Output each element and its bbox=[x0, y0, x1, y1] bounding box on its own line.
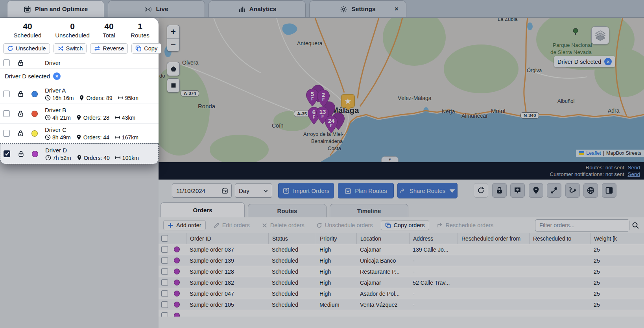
location-pin-button[interactable] bbox=[529, 183, 543, 198]
column-header[interactable]: Order ID bbox=[186, 233, 268, 244]
layers-control[interactable] bbox=[591, 26, 609, 44]
row-checkbox[interactable] bbox=[161, 312, 168, 317]
period-select[interactable]: Day bbox=[235, 183, 272, 198]
table-row[interactable]: Sample order 139 Scheduled High Unicaja … bbox=[159, 255, 644, 266]
table-row[interactable]: Sample order 182 Scheduled High Cajamar … bbox=[159, 277, 644, 288]
row-checkbox[interactable] bbox=[161, 268, 168, 275]
tab-settings[interactable]: Settings × bbox=[309, 0, 406, 17]
button-label: Reschedule orders bbox=[446, 222, 494, 228]
driver-row-b[interactable]: Driver B 4h 21m Orders: 28 43km bbox=[0, 104, 159, 124]
add-order-button[interactable]: Add order bbox=[163, 220, 206, 230]
column-header[interactable]: Address bbox=[409, 233, 458, 244]
reschedule-icon bbox=[437, 222, 443, 228]
edit-orders-button[interactable]: Edit orders bbox=[210, 221, 254, 230]
unschedule-button[interactable]: Unschedule bbox=[3, 43, 50, 54]
distance-icon bbox=[114, 115, 120, 120]
draw-polygon-button[interactable] bbox=[167, 62, 180, 76]
route-button[interactable] bbox=[565, 183, 580, 198]
draw-rectangle-button[interactable] bbox=[167, 78, 180, 93]
driver-row-c[interactable]: Driver C 8h 49m Orders: 44 167km bbox=[0, 124, 159, 143]
driver-checkbox[interactable] bbox=[3, 130, 10, 137]
reverse-button[interactable]: Reverse bbox=[90, 43, 128, 54]
import-orders-button[interactable]: Import Orders bbox=[278, 183, 334, 198]
close-icon[interactable]: × bbox=[53, 72, 61, 80]
driver-checkbox[interactable] bbox=[3, 91, 10, 97]
select-all-drivers-checkbox[interactable] bbox=[3, 59, 10, 66]
table-row-partial[interactable] bbox=[159, 310, 644, 317]
column-header[interactable]: Rescheduled order from bbox=[458, 233, 529, 244]
lock-icon[interactable] bbox=[17, 150, 25, 158]
date-picker[interactable] bbox=[172, 183, 232, 198]
zoom-out-button[interactable]: − bbox=[167, 38, 179, 51]
row-checkbox[interactable] bbox=[161, 257, 168, 264]
driver-checkbox[interactable] bbox=[4, 150, 10, 157]
waypoints-button[interactable] bbox=[547, 183, 561, 198]
map-collapse-handle[interactable]: ▼ bbox=[381, 156, 399, 162]
copy-orders-button[interactable]: Copy orders bbox=[381, 220, 429, 230]
zoom-in-button[interactable]: + bbox=[167, 25, 179, 38]
tab-plan-and-optimize[interactable]: Plan and Optimize bbox=[7, 0, 104, 17]
switch-button[interactable]: Switch bbox=[54, 43, 87, 54]
stat-value: 40 bbox=[92, 22, 126, 31]
button-label: Copy bbox=[144, 45, 157, 52]
close-icon[interactable]: × bbox=[393, 5, 400, 13]
driver-column-header[interactable]: Driver bbox=[45, 59, 61, 66]
orders-table: Order ID Status Priority Location Addres… bbox=[159, 233, 644, 317]
share-routes-button[interactable]: Share Routes bbox=[397, 183, 458, 198]
lock-icon[interactable] bbox=[17, 130, 24, 137]
copy-button[interactable]: Copy bbox=[131, 43, 161, 54]
lock-button[interactable] bbox=[492, 183, 507, 198]
driver-row-d[interactable]: Driver D 7h 52m Orders: 40 101km bbox=[0, 143, 159, 164]
customer-send-link[interactable]: Send bbox=[627, 171, 640, 177]
map-label: Vélez-Málaga bbox=[398, 95, 432, 101]
stat-value: 0 bbox=[53, 22, 92, 31]
tab-orders[interactable]: Orders bbox=[161, 202, 245, 217]
panel-toggle-button[interactable] bbox=[602, 183, 616, 198]
row-checkbox[interactable] bbox=[161, 246, 168, 253]
column-header[interactable]: Weight [k bbox=[590, 233, 644, 244]
table-row[interactable]: Sample order 037 Scheduled High Cajamar … bbox=[159, 244, 644, 255]
globe-button[interactable] bbox=[583, 183, 598, 198]
column-header[interactable]: Rescheduled to bbox=[529, 233, 590, 244]
lock-icon[interactable] bbox=[17, 110, 24, 117]
routes-send-link[interactable]: Send bbox=[627, 165, 640, 170]
row-checkbox[interactable] bbox=[161, 290, 168, 297]
tab-timeline[interactable]: Timeline bbox=[330, 204, 408, 217]
cluster-pin[interactable]: 24 F bbox=[325, 115, 338, 133]
tab-routes[interactable]: Routes bbox=[248, 204, 327, 217]
select-all-checkbox[interactable] bbox=[161, 235, 168, 242]
table-row[interactable]: Sample order 105 Scheduled Medium Venta … bbox=[159, 299, 644, 310]
column-header[interactable]: Location bbox=[356, 233, 409, 244]
leaflet-link[interactable]: Leaflet bbox=[586, 150, 601, 156]
search-icon[interactable] bbox=[632, 222, 639, 229]
date-input[interactable] bbox=[176, 187, 220, 194]
table-row[interactable]: Sample order 047 Scheduled High Asador d… bbox=[159, 288, 644, 299]
x-icon bbox=[262, 222, 268, 228]
cluster-pin[interactable]: 2 F bbox=[317, 89, 330, 107]
column-header[interactable]: Status bbox=[268, 233, 316, 244]
plan-routes-button[interactable]: Plan Routes bbox=[338, 183, 394, 198]
driver-color-dot bbox=[174, 302, 180, 308]
route-icon bbox=[568, 186, 577, 195]
row-checkbox[interactable] bbox=[161, 301, 168, 308]
delete-orders-button[interactable]: Delete orders bbox=[258, 221, 308, 230]
cell-priority: High bbox=[316, 280, 356, 286]
lock-icon[interactable] bbox=[17, 59, 24, 67]
map[interactable]: + − Antequera La Zubia Olvera do Ronda C… bbox=[159, 18, 644, 162]
pin-icon bbox=[76, 134, 82, 140]
driver-checkbox[interactable] bbox=[3, 110, 10, 117]
refresh-button[interactable] bbox=[474, 183, 488, 198]
lock-icon[interactable] bbox=[17, 90, 24, 98]
row-checkbox[interactable] bbox=[161, 279, 168, 286]
tab-live[interactable]: Live bbox=[108, 0, 205, 17]
tab-analytics[interactable]: Analytics bbox=[209, 0, 306, 17]
driver-row-a[interactable]: Driver A 16h 16m Orders: 89 95km bbox=[0, 84, 159, 104]
close-icon[interactable]: × bbox=[604, 58, 612, 65]
depot-marker[interactable]: ★ bbox=[341, 94, 355, 108]
unschedule-orders-button[interactable]: Unschedule orders bbox=[312, 221, 377, 230]
flag-marker-button[interactable] bbox=[510, 183, 525, 198]
column-header[interactable]: Priority bbox=[316, 233, 356, 244]
filter-orders-input[interactable] bbox=[535, 219, 629, 232]
reschedule-orders-button[interactable]: Reschedule orders bbox=[433, 221, 498, 230]
table-row[interactable]: Sample order 128 Scheduled High Restaura… bbox=[159, 266, 644, 277]
